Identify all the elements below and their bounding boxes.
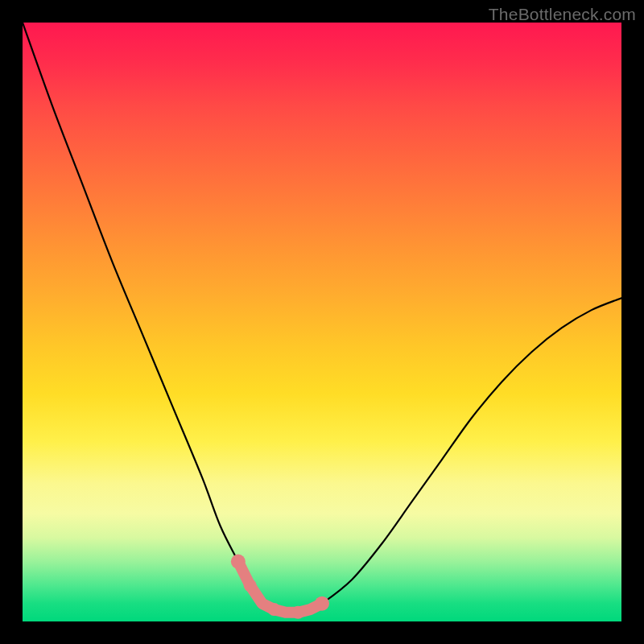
optimal-region-marker — [23, 23, 621, 621]
plot-area — [23, 23, 621, 621]
svg-point-0 — [231, 555, 246, 569]
watermark-text: TheBottleneck.com — [489, 5, 636, 24]
svg-point-3 — [267, 603, 280, 616]
svg-point-2 — [244, 579, 257, 592]
chart-frame: TheBottleneck.com — [0, 0, 644, 644]
svg-point-4 — [291, 606, 304, 619]
svg-point-1 — [315, 597, 329, 611]
